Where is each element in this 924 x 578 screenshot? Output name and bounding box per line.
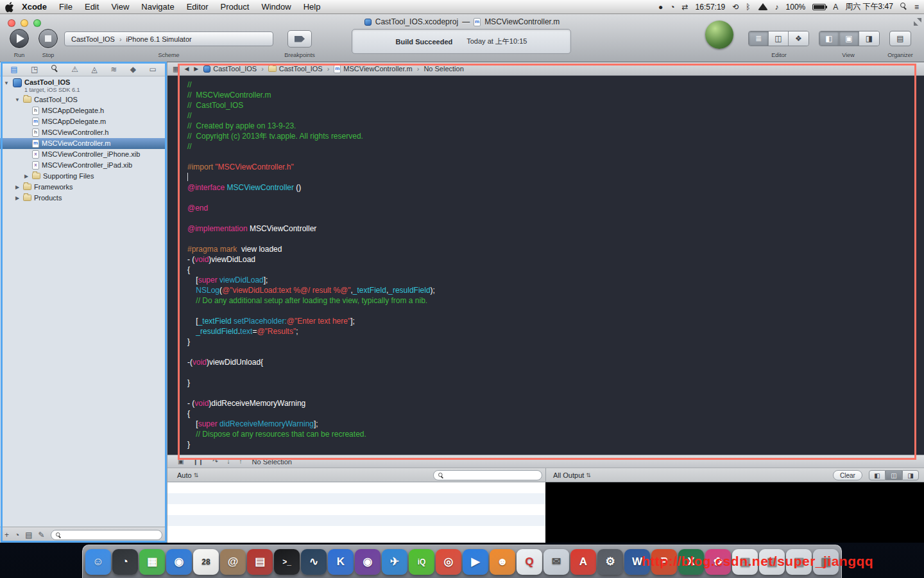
volume-icon[interactable]: ♪: [775, 3, 779, 12]
tree-item[interactable]: ▶Supporting Files: [0, 171, 167, 182]
step-over-icon[interactable]: ↷: [212, 459, 218, 465]
code-line[interactable]: [187, 152, 924, 162]
step-into-icon[interactable]: ↓: [227, 459, 230, 465]
organizer-button[interactable]: ▤: [889, 31, 911, 46]
dock-icon-dictionary[interactable]: ▤: [247, 549, 273, 575]
scheme-selector[interactable]: CastTool_IOS › iPhone 6.1 Simulator: [64, 31, 273, 46]
tree-item[interactable]: ▶Products: [0, 193, 167, 204]
symbol-navigator-icon[interactable]: ◳: [31, 66, 38, 73]
show-console-only-icon[interactable]: ◨: [902, 470, 919, 480]
run-button[interactable]: [10, 29, 29, 48]
code-line[interactable]: }: [187, 337, 924, 347]
debug-area-toggle-icon[interactable]: ▣: [839, 31, 859, 46]
code-line[interactable]: #import "MSCViewController.h": [187, 162, 924, 172]
source-editor[interactable]: //// MSCViewController.m// CastTool_IOS/…: [167, 76, 924, 455]
code-line[interactable]: [187, 367, 924, 378]
code-line[interactable]: [super viewDidLoad];: [187, 275, 924, 285]
code-line[interactable]: {: [187, 408, 924, 419]
version-editor-icon[interactable]: ❖: [789, 31, 809, 46]
code-line[interactable]: // Created by apple on 13-9-23.: [187, 121, 924, 131]
dock-icon-qq-xuanfeng[interactable]: ✈: [382, 549, 407, 575]
code-line[interactable]: // Copyright (c) 2013年 tv.apple. All rig…: [187, 131, 924, 141]
disclosure-icon[interactable]: ▶: [14, 184, 21, 190]
related-items-icon[interactable]: ▦: [173, 65, 179, 73]
code-line[interactable]: // Do any additional setup after loading…: [187, 295, 924, 306]
issue-navigator-icon[interactable]: ⚠: [71, 66, 78, 73]
clear-console-button[interactable]: Clear: [833, 470, 862, 480]
menu-window[interactable]: Window: [261, 2, 291, 12]
edited-files-icon[interactable]: ✎: [38, 531, 45, 539]
disclosure-icon[interactable]: ▶: [14, 195, 21, 201]
standard-editor-icon[interactable]: ≣: [749, 31, 769, 46]
step-out-icon[interactable]: ↑: [239, 459, 243, 465]
code-line[interactable]: [187, 193, 924, 203]
fullscreen-icon[interactable]: [914, 18, 921, 26]
bluetooth-icon[interactable]: ᛒ: [746, 3, 750, 12]
dock-icon-contacts[interactable]: @: [220, 549, 246, 575]
menu-view[interactable]: View: [111, 2, 129, 12]
menu-xcode[interactable]: Xcode: [22, 2, 47, 12]
log-navigator-icon[interactable]: ▭: [149, 66, 156, 73]
show-variables-only-icon[interactable]: ◧: [869, 470, 886, 480]
navigator-toggle-icon[interactable]: ◧: [819, 31, 839, 46]
assistant-editor-icon[interactable]: ◫: [769, 31, 789, 46]
add-icon[interactable]: +: [4, 531, 9, 539]
tree-item[interactable]: hMSCViewController.h: [0, 127, 167, 138]
code-line[interactable]: _resuldField.text=@"Results";: [187, 326, 924, 337]
utilities-toggle-icon[interactable]: ◨: [859, 31, 879, 46]
code-line[interactable]: @implementation MSCViewController: [187, 223, 924, 234]
dock-icon-dashboard[interactable]: ◔: [112, 549, 138, 575]
navigator-search-field[interactable]: [51, 530, 162, 540]
recent-files-icon[interactable]: ◔: [15, 531, 19, 539]
jumpbar-crumb[interactable]: No Selection: [424, 65, 463, 73]
dock-icon-itunes[interactable]: ◉: [355, 549, 381, 575]
jumpbar-crumb[interactable]: CastTool_IOS: [203, 65, 257, 73]
code-line[interactable]: //: [187, 80, 924, 90]
forward-button[interactable]: ▶: [194, 66, 198, 72]
code-line[interactable]: // Dispose of any resources that can be …: [187, 429, 924, 439]
console-search-field[interactable]: [433, 470, 542, 480]
code-line[interactable]: }: [187, 378, 924, 388]
breakpoint-navigator-icon[interactable]: ◆: [130, 66, 136, 73]
menu-edit[interactable]: Edit: [85, 2, 99, 12]
menu-editor[interactable]: Editor: [187, 2, 209, 12]
tree-item[interactable]: ▼CastTool_IOS: [0, 94, 167, 105]
notification-center-icon[interactable]: ≡: [914, 3, 919, 12]
dock-icon-app-k[interactable]: K: [328, 549, 354, 575]
project-header-row[interactable]: ▼ CastTool_IOS 1 target, iOS SDK 6.1: [0, 76, 167, 94]
dock-icon-safari[interactable]: ◉: [166, 549, 192, 575]
code-line[interactable]: // CastTool_IOS: [187, 100, 924, 110]
project-navigator-icon[interactable]: ▤: [10, 66, 17, 73]
dock-icon-system-preferences[interactable]: ⚙: [597, 549, 623, 575]
code-line[interactable]: [super didReceiveMemoryWarning];: [187, 419, 924, 429]
code-line[interactable]: #pragma mark view loaded: [187, 244, 924, 254]
jumpbar-crumb[interactable]: mMSCViewController.m: [334, 65, 412, 73]
dock-icon-chrome[interactable]: ◎: [436, 549, 461, 575]
menu-file[interactable]: File: [59, 2, 73, 12]
code-line[interactable]: - (void)viewDidLoad: [187, 254, 924, 265]
tree-item[interactable]: mMSCViewController.m: [0, 138, 167, 149]
dock-icon-terminal[interactable]: >_: [274, 549, 300, 575]
dock-icon-app-a[interactable]: A: [570, 549, 596, 575]
notification-dot-icon[interactable]: ●: [658, 3, 663, 12]
search-navigator-icon[interactable]: [51, 65, 58, 73]
code-line[interactable]: -(void)viewDidUnload{: [187, 357, 924, 367]
dock-icon-calendar[interactable]: 28: [193, 549, 219, 575]
stop-button[interactable]: [38, 29, 58, 48]
disclosure-icon[interactable]: ▶: [23, 173, 30, 179]
dock-icon-launchpad[interactable]: ▦: [139, 549, 165, 575]
time-machine-icon[interactable]: ⟲: [732, 3, 739, 12]
breakpoints-button[interactable]: [287, 30, 312, 48]
code-line[interactable]: NSLog(@"viewDidLoad:text %@/ result %@",…: [187, 285, 924, 295]
code-line[interactable]: //: [187, 110, 924, 121]
pause-icon[interactable]: ❙❙: [193, 459, 203, 465]
debug-navigator-icon[interactable]: ≋: [110, 66, 117, 73]
dock-icon-mail[interactable]: ✉: [543, 549, 569, 575]
dock-icon-tencent-video[interactable]: ▶: [463, 549, 488, 575]
code-line[interactable]: {: [187, 265, 924, 275]
tree-item[interactable]: mMSCAppDelegate.m: [0, 116, 167, 127]
menu-product[interactable]: Product: [221, 2, 250, 12]
code-line[interactable]: - (void)didReceiveMemoryWarning: [187, 398, 924, 408]
variables-view[interactable]: [167, 482, 545, 543]
toggle-debug-area-icon[interactable]: ▣: [178, 459, 184, 465]
